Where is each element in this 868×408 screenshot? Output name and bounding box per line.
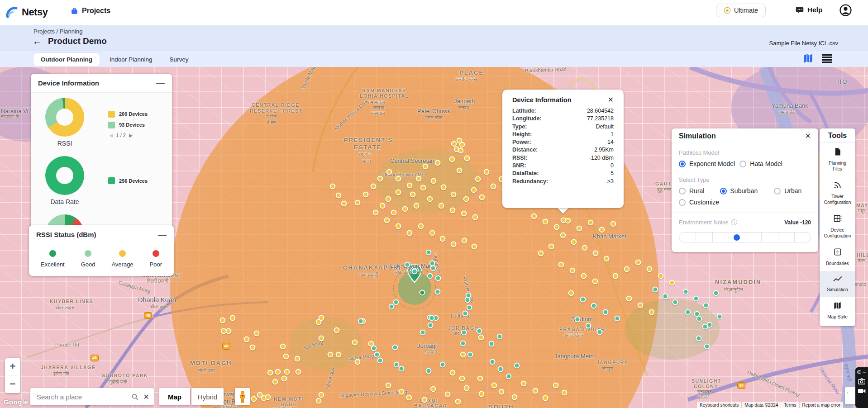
- device-marker[interactable]: [463, 196, 469, 202]
- device-marker[interactable]: [649, 309, 655, 315]
- device-marker[interactable]: [414, 203, 420, 209]
- device-marker[interactable]: [445, 392, 451, 398]
- back-button[interactable]: ←: [33, 37, 42, 46]
- device-marker[interactable]: [717, 314, 723, 320]
- device-marker[interactable]: [465, 297, 471, 303]
- device-marker[interactable]: [220, 318, 226, 323]
- nav-projects[interactable]: Projects: [71, 7, 110, 15]
- device-marker[interactable]: [407, 183, 413, 189]
- device-marker[interactable]: [440, 236, 446, 242]
- device-marker[interactable]: [281, 376, 287, 382]
- device-marker[interactable]: [514, 363, 520, 369]
- device-marker[interactable]: [610, 221, 616, 227]
- slider-handle[interactable]: [734, 234, 740, 241]
- device-marker[interactable]: [336, 352, 342, 358]
- device-marker[interactable]: [588, 220, 594, 226]
- device-marker[interactable]: [615, 316, 620, 322]
- attribution-keyboard-shortcuts[interactable]: Keyboard shortcuts: [697, 402, 741, 408]
- pegman-control[interactable]: [235, 388, 250, 405]
- tab-outdoor-planning[interactable]: Outdoor Planning: [33, 53, 100, 66]
- device-marker[interactable]: [422, 397, 428, 403]
- noise-slider[interactable]: [679, 232, 811, 242]
- radio-customize[interactable]: Customize: [679, 199, 811, 206]
- tool-device-configuration[interactable]: DeviceConfiguration: [820, 209, 855, 243]
- device-marker[interactable]: [402, 206, 408, 212]
- device-marker[interactable]: [713, 290, 719, 296]
- device-marker[interactable]: [316, 319, 322, 325]
- device-marker[interactable]: [386, 196, 391, 202]
- device-marker[interactable]: [599, 227, 605, 233]
- help-button[interactable]: Help: [796, 6, 823, 14]
- device-marker[interactable]: [531, 213, 537, 219]
- device-marker[interactable]: [685, 309, 691, 315]
- device-marker[interactable]: [426, 368, 432, 374]
- device-marker[interactable]: [319, 392, 324, 398]
- device-marker[interactable]: [593, 251, 599, 256]
- device-marker[interactable]: [230, 315, 236, 321]
- device-marker[interactable]: [377, 176, 383, 182]
- device-marker[interactable]: [669, 280, 675, 286]
- device-marker[interactable]: [472, 214, 478, 220]
- radio-rural[interactable]: Rural: [679, 187, 720, 195]
- device-marker[interactable]: [491, 184, 496, 190]
- device-marker[interactable]: [244, 337, 250, 342]
- device-marker[interactable]: [591, 303, 597, 309]
- device-marker[interactable]: [450, 370, 456, 376]
- device-marker[interactable]: [467, 352, 473, 358]
- device-marker[interactable]: [694, 311, 700, 317]
- device-marker[interactable]: [275, 369, 281, 375]
- device-marker[interactable]: [399, 389, 405, 395]
- device-marker[interactable]: [371, 184, 377, 190]
- radio-selected[interactable]: [720, 188, 727, 195]
- device-marker[interactable]: [316, 398, 322, 404]
- device-marker[interactable]: [405, 262, 410, 268]
- device-marker[interactable]: [393, 299, 399, 305]
- device-marker[interactable]: [455, 399, 461, 405]
- breadcrumb[interactable]: Projects / Planning: [33, 28, 82, 35]
- radio-hata-model[interactable]: Hata Model: [739, 160, 792, 167]
- device-marker[interactable]: [386, 169, 392, 175]
- device-marker[interactable]: [435, 160, 441, 166]
- device-marker[interactable]: [319, 336, 324, 342]
- device-marker[interactable]: [451, 192, 457, 198]
- device-marker[interactable]: [392, 345, 398, 351]
- radio-unselected[interactable]: [679, 199, 686, 206]
- device-marker[interactable]: [663, 294, 668, 299]
- device-marker[interactable]: [410, 192, 416, 198]
- device-marker[interactable]: [477, 376, 483, 382]
- device-marker[interactable]: [373, 210, 379, 216]
- device-marker[interactable]: [647, 266, 653, 272]
- radio-urban[interactable]: Urban: [774, 187, 808, 195]
- device-marker[interactable]: [435, 289, 441, 295]
- device-marker[interactable]: [562, 390, 568, 396]
- device-marker[interactable]: [250, 345, 256, 351]
- tab-survey[interactable]: Survey: [162, 53, 196, 66]
- device-marker[interactable]: [472, 244, 477, 250]
- device-marker[interactable]: [412, 269, 418, 275]
- device-marker[interactable]: [459, 142, 465, 148]
- layers-menu-icon[interactable]: [822, 53, 832, 64]
- device-marker[interactable]: [265, 394, 271, 400]
- netsy-logo[interactable]: Netsy: [5, 5, 48, 19]
- user-avatar[interactable]: [839, 4, 852, 16]
- device-marker[interactable]: [581, 273, 587, 279]
- map-type-button[interactable]: Map: [159, 388, 190, 405]
- overlay-corner-widget[interactable]: ⌐: [845, 387, 856, 404]
- device-marker[interactable]: [406, 395, 412, 401]
- device-marker[interactable]: [491, 383, 497, 389]
- radio-suburban[interactable]: Suburban: [720, 187, 774, 195]
- device-marker[interactable]: [467, 305, 472, 311]
- tool-map-style[interactable]: Map Style: [820, 297, 855, 324]
- attribution-terms[interactable]: Terms: [781, 402, 799, 408]
- device-marker[interactable]: [280, 344, 286, 350]
- device-marker[interactable]: [396, 176, 401, 182]
- device-marker[interactable]: [626, 296, 632, 302]
- device-marker[interactable]: [696, 336, 702, 342]
- device-marker[interactable]: [380, 203, 386, 209]
- device-marker[interactable]: [604, 256, 610, 262]
- device-marker[interactable]: [272, 379, 278, 385]
- device-marker[interactable]: [458, 148, 464, 154]
- device-marker[interactable]: [389, 304, 395, 310]
- device-marker[interactable]: [420, 185, 426, 191]
- device-marker[interactable]: [391, 210, 397, 216]
